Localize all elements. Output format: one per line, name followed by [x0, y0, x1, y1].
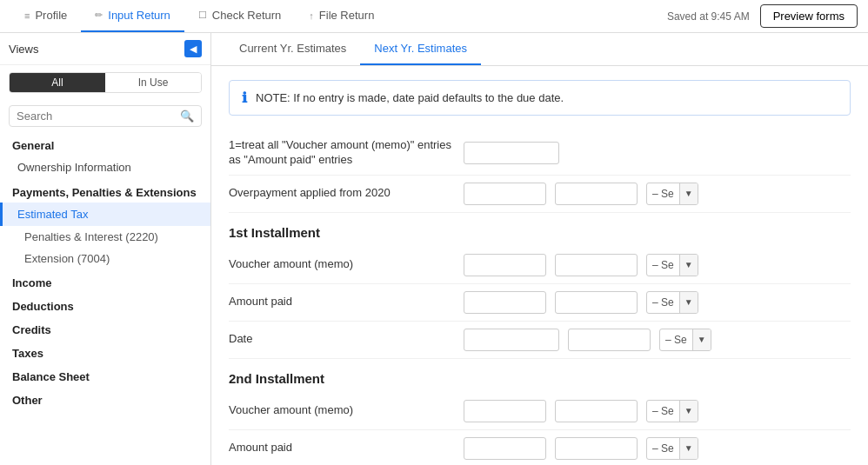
note-box: ℹ NOTE: If no entry is made, date paid d… — [229, 80, 851, 116]
amount-paid-1-row: Amount paid – Se ▼ — [229, 284, 851, 322]
tab-next-estimates[interactable]: Next Yr. Estimates — [360, 33, 481, 65]
sidebar-item-general[interactable]: General — [0, 132, 210, 156]
amount-paid-1-se-label: – Se — [647, 292, 680, 313]
sidebar-item-taxes[interactable]: Taxes — [0, 340, 210, 363]
date-1-row: Date – Se ▼ — [229, 322, 851, 359]
collapse-icon: ◀ — [190, 43, 197, 55]
amount-paid-2-input-1[interactable] — [464, 437, 546, 460]
amount-paid-2-input-2[interactable] — [555, 437, 638, 460]
overpayment-row: Overpayment applied from 2020 – Se ▼ — [229, 176, 851, 213]
main-content: Current Yr. Estimates Next Yr. Estimates… — [211, 33, 868, 465]
overpayment-label: Overpayment applied from 2020 — [229, 186, 455, 201]
voucher-amount-1-input-1[interactable] — [464, 254, 546, 276]
top-nav: ≡ Profile ✏ Input Return ☐ Check Return … — [0, 0, 868, 33]
voucher-amount-2-row: Voucher amount (memo) – Se ▼ — [229, 393, 851, 430]
check-icon: ☐ — [198, 10, 207, 21]
date-1-input-2[interactable] — [568, 329, 651, 351]
voucher-amount-2-se-arrow[interactable]: ▼ — [680, 401, 698, 422]
amount-paid-1-se-dropdown[interactable]: – Se ▼ — [646, 291, 698, 314]
view-in-use-button[interactable]: In Use — [105, 73, 201, 92]
saved-status: Saved at 9:45 AM — [667, 10, 750, 23]
search-icon: 🔍 — [180, 110, 194, 123]
view-all-button[interactable]: All — [10, 73, 105, 92]
section-1st-installment: 1st Installment — [229, 213, 851, 247]
overpayment-input-2[interactable] — [555, 183, 638, 205]
overpayment-se-arrow[interactable]: ▼ — [680, 183, 698, 204]
voucher-treat-input[interactable] — [464, 142, 559, 164]
upload-icon: ↑ — [309, 10, 314, 21]
voucher-amount-2-label: Voucher amount (memo) — [229, 403, 455, 418]
voucher-amount-2-input-2[interactable] — [555, 400, 638, 422]
tab-current-estimates[interactable]: Current Yr. Estimates — [225, 33, 360, 65]
voucher-amount-1-label: Voucher amount (memo) — [229, 257, 455, 272]
overpayment-input-1[interactable] — [464, 183, 546, 205]
date-1-se-arrow[interactable]: ▼ — [693, 329, 711, 350]
voucher-amount-2-se-dropdown[interactable]: – Se ▼ — [646, 400, 698, 422]
views-label: Views — [9, 43, 38, 56]
sidebar-header: Views ◀ — [0, 33, 210, 65]
overpayment-se-dropdown[interactable]: – Se ▼ — [646, 183, 698, 205]
sidebar-collapse-button[interactable]: ◀ — [184, 40, 202, 57]
voucher-treat-row: 1=treat all "Voucher amount (memo)" entr… — [229, 131, 851, 176]
sidebar-item-credits[interactable]: Credits — [0, 316, 210, 340]
content-area: ℹ NOTE: If no entry is made, date paid d… — [211, 66, 868, 465]
amount-paid-2-row: Amount paid – Se ▼ — [229, 430, 851, 465]
nav-right: Saved at 9:45 AM Preview forms — [667, 4, 858, 28]
profile-icon: ≡ — [24, 10, 30, 21]
amount-paid-2-se-label: – Se — [647, 438, 680, 459]
section-2nd-installment: 2nd Installment — [229, 359, 851, 393]
tab-input-return[interactable]: ✏ Input Return — [81, 0, 184, 32]
voucher-treat-label: 1=treat all "Voucher amount (memo)" entr… — [229, 138, 455, 168]
amount-paid-1-label: Amount paid — [229, 295, 455, 309]
date-1-input-1[interactable] — [464, 329, 559, 351]
sidebar-item-other[interactable]: Other — [0, 387, 210, 410]
search-box: 🔍 — [9, 105, 202, 127]
sidebar: Views ◀ All In Use 🔍 General Ownership I… — [0, 33, 211, 465]
amount-paid-1-input-1[interactable] — [464, 291, 546, 314]
sidebar-nav: General Ownership Information Payments, … — [0, 132, 210, 465]
sidebar-item-deductions[interactable]: Deductions — [0, 293, 210, 316]
sidebar-item-balance-sheet[interactable]: Balance Sheet — [0, 363, 210, 387]
amount-paid-2-se-dropdown[interactable]: – Se ▼ — [646, 437, 698, 460]
sidebar-item-estimated-tax[interactable]: Estimated Tax — [0, 203, 210, 226]
date-1-label: Date — [229, 332, 455, 347]
preview-forms-button[interactable]: Preview forms — [760, 4, 858, 28]
date-1-se-label: – Se — [660, 329, 693, 350]
tab-check-return[interactable]: ☐ Check Return — [184, 0, 295, 32]
voucher-amount-1-input-2[interactable] — [555, 254, 638, 276]
amount-paid-2-se-arrow[interactable]: ▼ — [680, 438, 698, 459]
amount-paid-1-se-arrow[interactable]: ▼ — [680, 292, 698, 313]
sidebar-item-ownership[interactable]: Ownership Information — [0, 156, 210, 179]
voucher-amount-1-se-label: – Se — [647, 255, 680, 276]
info-icon: ℹ — [242, 90, 247, 106]
search-input[interactable] — [17, 110, 175, 123]
note-text: NOTE: If no entry is made, date paid def… — [256, 91, 564, 104]
sidebar-item-payments[interactable]: Payments, Penalties & Extensions — [0, 179, 210, 203]
voucher-amount-1-se-dropdown[interactable]: – Se ▼ — [646, 254, 698, 276]
overpayment-se-label: – Se — [647, 183, 680, 204]
date-1-se-dropdown[interactable]: – Se ▼ — [659, 329, 711, 351]
amount-paid-1-input-2[interactable] — [555, 291, 638, 314]
view-toggle: All In Use — [9, 72, 202, 93]
sidebar-item-extension[interactable]: Extension (7004) — [0, 248, 210, 269]
tab-profile[interactable]: ≡ Profile — [10, 0, 81, 32]
content-tab-bar: Current Yr. Estimates Next Yr. Estimates — [211, 33, 868, 66]
amount-paid-2-label: Amount paid — [229, 441, 455, 455]
voucher-amount-1-row: Voucher amount (memo) – Se ▼ — [229, 247, 851, 284]
edit-icon: ✏ — [95, 10, 103, 21]
sidebar-item-penalties[interactable]: Penalties & Interest (2220) — [0, 226, 210, 248]
voucher-amount-1-se-arrow[interactable]: ▼ — [680, 255, 698, 276]
layout: Views ◀ All In Use 🔍 General Ownership I… — [0, 33, 868, 465]
voucher-amount-2-input-1[interactable] — [464, 400, 546, 422]
tab-file-return[interactable]: ↑ File Return — [295, 0, 388, 32]
sidebar-item-income[interactable]: Income — [0, 269, 210, 293]
voucher-amount-2-se-label: – Se — [647, 401, 680, 422]
